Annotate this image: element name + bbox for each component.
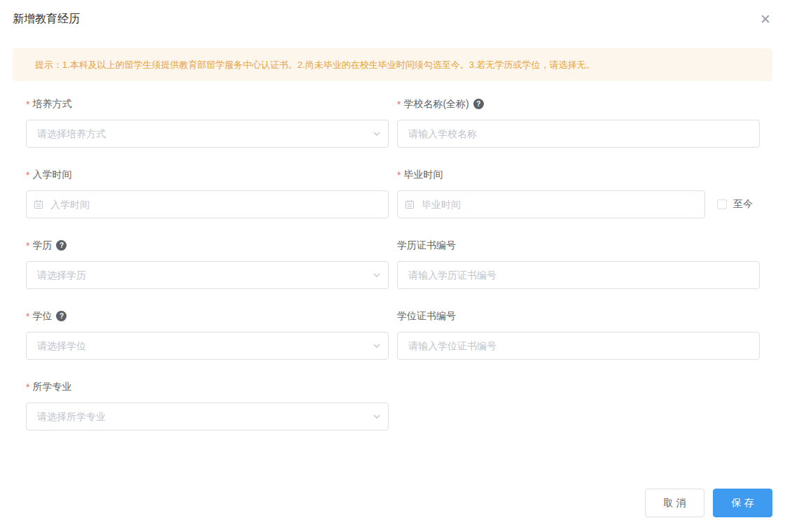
checkbox-label: 至今 bbox=[733, 198, 753, 211]
training-method-input[interactable] bbox=[26, 120, 389, 148]
chevron-down-icon bbox=[373, 261, 381, 289]
field-training-method: * 培养方式 bbox=[26, 97, 389, 148]
degree-cert-no-input[interactable] bbox=[397, 332, 760, 360]
close-icon[interactable]: ✕ bbox=[760, 13, 771, 26]
field-label: 学历 bbox=[32, 239, 52, 252]
field-enroll-date: * 入学时间 bbox=[26, 168, 389, 218]
dialog-title: 新增教育经历 bbox=[13, 12, 80, 27]
chevron-down-icon bbox=[373, 120, 381, 148]
form-row-5: * 所学专业 bbox=[26, 380, 760, 430]
add-education-dialog: 新增教育经历 ✕ 提示：1.本科及以上的留学生须提供教育部留学服务中心认证书。2… bbox=[0, 0, 785, 532]
school-name-input[interactable] bbox=[397, 120, 760, 148]
calendar-icon bbox=[34, 190, 43, 218]
chevron-down-icon bbox=[373, 332, 381, 360]
field-label: 学位 bbox=[32, 310, 52, 323]
graduate-date-input[interactable] bbox=[397, 190, 705, 218]
form-row-3: * 学历 ? 学历证书编号 bbox=[26, 239, 760, 289]
field-major: * 所学专业 bbox=[26, 380, 389, 430]
chevron-down-icon bbox=[373, 402, 381, 430]
required-asterisk: * bbox=[26, 169, 29, 181]
tip-banner-text: 提示：1.本科及以上的留学生须提供教育部留学服务中心认证书。2.尚未毕业的在校生… bbox=[35, 59, 595, 71]
school-name-control[interactable] bbox=[397, 120, 760, 148]
required-asterisk: * bbox=[26, 240, 29, 251]
field-label: 学历证书编号 bbox=[397, 239, 456, 252]
calendar-icon bbox=[405, 190, 415, 218]
field-label: 学位证书编号 bbox=[397, 310, 456, 323]
field-graduate-date: * 毕业时间 至今 bbox=[397, 168, 760, 218]
field-label: 入学时间 bbox=[32, 169, 71, 181]
required-asterisk: * bbox=[26, 99, 29, 110]
field-degree-cert-no: 学位证书编号 bbox=[397, 309, 760, 360]
degree-cert-no-control[interactable] bbox=[397, 332, 760, 360]
graduate-date-picker[interactable] bbox=[397, 190, 705, 218]
education-form: * 培养方式 * 学校名称(全称) ? bbox=[26, 97, 760, 451]
required-asterisk: * bbox=[26, 311, 29, 322]
training-method-select[interactable] bbox=[26, 120, 389, 148]
form-row-1: * 培养方式 * 学校名称(全称) ? bbox=[26, 97, 760, 148]
field-education-level: * 学历 ? bbox=[26, 239, 389, 289]
help-icon[interactable]: ? bbox=[473, 99, 484, 109]
field-label: 学校名称(全称) bbox=[403, 98, 468, 111]
education-cert-no-control[interactable] bbox=[397, 261, 760, 289]
major-select[interactable] bbox=[26, 402, 389, 430]
field-label: 毕业时间 bbox=[403, 169, 443, 181]
to-present-checkbox[interactable]: 至今 bbox=[717, 198, 753, 211]
form-row-4: * 学位 ? 学位证书编号 bbox=[26, 309, 760, 360]
required-asterisk: * bbox=[397, 99, 401, 110]
required-asterisk: * bbox=[26, 382, 29, 393]
education-cert-no-input[interactable] bbox=[397, 261, 760, 289]
help-icon[interactable]: ? bbox=[56, 240, 67, 251]
field-school-name: * 学校名称(全称) ? bbox=[397, 97, 760, 148]
tip-banner: 提示：1.本科及以上的留学生须提供教育部留学服务中心认证书。2.尚未毕业的在校生… bbox=[13, 48, 772, 81]
major-input[interactable] bbox=[26, 402, 389, 430]
education-level-input[interactable] bbox=[26, 261, 389, 289]
help-icon[interactable]: ? bbox=[56, 311, 67, 321]
degree-input[interactable] bbox=[26, 332, 389, 360]
checkbox-icon[interactable] bbox=[717, 200, 727, 209]
enroll-date-picker[interactable] bbox=[26, 190, 389, 218]
form-row-2: * 入学时间 * 毕业时间 bbox=[26, 168, 760, 218]
required-asterisk: * bbox=[397, 169, 401, 181]
education-level-select[interactable] bbox=[26, 261, 389, 289]
field-education-cert-no: 学历证书编号 bbox=[397, 239, 760, 289]
cancel-button[interactable]: 取 消 bbox=[645, 489, 704, 517]
field-label: 培养方式 bbox=[32, 98, 71, 111]
enroll-date-input[interactable] bbox=[26, 190, 389, 218]
field-degree: * 学位 ? bbox=[26, 309, 389, 360]
dialog-footer: 取 消 保 存 bbox=[645, 489, 772, 517]
degree-select[interactable] bbox=[26, 332, 389, 360]
save-button[interactable]: 保 存 bbox=[713, 489, 772, 517]
field-label: 所学专业 bbox=[32, 381, 71, 393]
